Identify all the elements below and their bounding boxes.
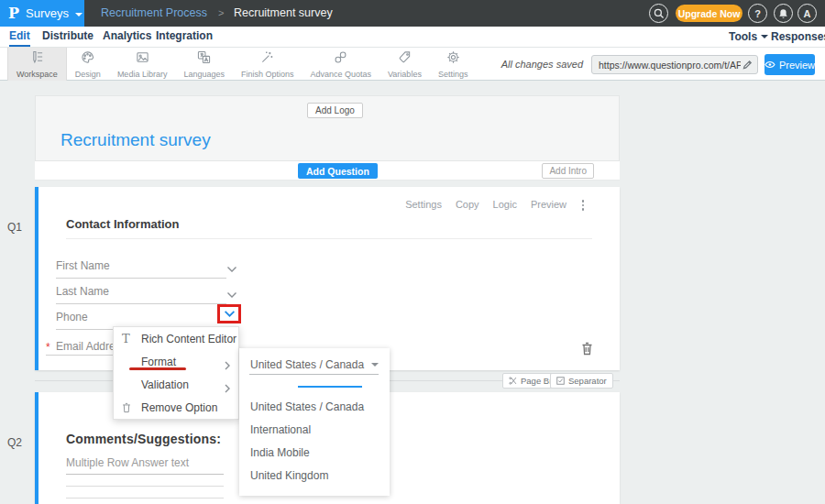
tab-analytics[interactable]: Analytics bbox=[103, 27, 151, 47]
question-preview-link[interactable]: Preview bbox=[531, 199, 566, 210]
design-palette-icon bbox=[81, 50, 94, 64]
survey-url-input[interactable] bbox=[592, 60, 742, 71]
question-number-q2: Q2 bbox=[7, 436, 22, 449]
submenu-chevron-right-icon bbox=[225, 380, 230, 397]
trash-icon bbox=[114, 402, 134, 413]
field-options-chevron-icon[interactable] bbox=[226, 260, 237, 268]
toolbar-settings-button[interactable]: Settings bbox=[430, 48, 477, 81]
tab-integration[interactable]: Integration bbox=[156, 27, 213, 47]
field-options-context-menu: T Rich Content Editor Format Validation … bbox=[113, 326, 239, 420]
toolbar-variables-button[interactable]: Variables bbox=[380, 48, 430, 81]
preview-label: Preview bbox=[779, 60, 815, 71]
rich-text-icon: T bbox=[114, 333, 134, 345]
format-submenu-panel: United States / Canada United States / C… bbox=[239, 348, 390, 496]
page-break-icon bbox=[509, 377, 517, 385]
tab-distribute[interactable]: Distribute bbox=[42, 27, 94, 47]
breadcrumb-current: Recruitment survey bbox=[234, 0, 333, 27]
menu-item-rich-content-editor[interactable]: T Rich Content Editor bbox=[114, 327, 238, 350]
menu-item-validation[interactable]: Validation bbox=[114, 373, 238, 396]
active-option-indicator bbox=[298, 386, 362, 388]
format-option-india-mobile[interactable]: India Mobile bbox=[250, 446, 310, 463]
field-underline bbox=[56, 303, 226, 304]
menu-item-label: Validation bbox=[141, 378, 189, 391]
chain-links-icon bbox=[334, 50, 347, 64]
survey-url-field[interactable] bbox=[591, 55, 758, 74]
question-heading[interactable]: Contact Information bbox=[66, 217, 180, 231]
upgrade-now-button[interactable]: Upgrade Now bbox=[676, 5, 742, 22]
question-settings-link[interactable]: Settings bbox=[405, 199, 442, 210]
multiline-answer-placeholder[interactable]: Multiple Row Answer text bbox=[66, 456, 189, 469]
question-copy-link[interactable]: Copy bbox=[456, 199, 479, 210]
field-label-phone[interactable]: Phone bbox=[56, 311, 88, 323]
editor-toolbar: Workspace Design Media Library Languages… bbox=[0, 48, 825, 81]
menu-item-label: Rich Content Editor bbox=[141, 333, 236, 345]
toolbar-media-library-button[interactable]: Media Library bbox=[109, 48, 176, 81]
toolbar-label: Variables bbox=[388, 70, 422, 79]
image-icon bbox=[136, 50, 149, 64]
menu-item-remove-option[interactable]: Remove Option bbox=[114, 396, 238, 419]
separator-label: Separator bbox=[568, 376, 607, 386]
toolbar-label: Advance Quotas bbox=[310, 70, 371, 79]
magic-wand-icon bbox=[260, 50, 274, 64]
help-button[interactable]: ? bbox=[748, 4, 767, 23]
chevron-down-icon bbox=[75, 13, 82, 16]
format-select[interactable]: United States / Canada bbox=[250, 356, 379, 373]
toolbar-languages-button[interactable]: Languages bbox=[175, 48, 233, 81]
user-avatar[interactable]: A bbox=[798, 4, 817, 23]
submenu-chevron-right-icon bbox=[225, 357, 230, 374]
question-actions: Settings Copy Logic Preview bbox=[405, 199, 566, 210]
field-options-chevron-icon[interactable] bbox=[226, 286, 237, 293]
required-asterisk: * bbox=[46, 341, 50, 354]
format-option-us-canada[interactable]: United States / Canada bbox=[250, 400, 364, 417]
toolbar-label: Workspace bbox=[16, 70, 58, 79]
answer-underline bbox=[66, 498, 224, 499]
select-caret-icon bbox=[371, 363, 379, 367]
eye-icon bbox=[764, 60, 776, 69]
phone-options-chevron-icon[interactable] bbox=[224, 310, 236, 318]
section-nav: Edit Distribute Analytics Integration To… bbox=[0, 27, 825, 48]
separator-button[interactable]: Separator bbox=[550, 373, 613, 389]
toolbar-workspace-button[interactable]: Workspace bbox=[7, 48, 67, 81]
add-logo-button[interactable]: Add Logo bbox=[307, 103, 363, 118]
search-icon[interactable] bbox=[649, 4, 668, 23]
delete-question-trash-icon[interactable] bbox=[581, 342, 593, 359]
workspace-icon bbox=[30, 50, 44, 64]
surveys-menu-button[interactable]: P Surveys bbox=[0, 0, 84, 27]
toolbar-label: Languages bbox=[183, 70, 225, 79]
separator-icon bbox=[556, 377, 565, 385]
tab-edit[interactable]: Edit bbox=[9, 27, 30, 47]
answer-underline bbox=[66, 474, 224, 475]
format-option-international[interactable]: International bbox=[250, 423, 311, 440]
answer-underline bbox=[66, 486, 224, 487]
tools-dropdown[interactable]: Tools bbox=[729, 27, 768, 47]
toolbar-label: Media Library bbox=[117, 70, 168, 79]
toolbar-finish-options-button[interactable]: Finish Options bbox=[233, 48, 302, 81]
select-underline bbox=[249, 374, 379, 375]
autosave-status: All changes saved bbox=[501, 48, 583, 81]
menu-item-label: Format bbox=[141, 356, 176, 368]
questionpro-logo-icon: P bbox=[8, 5, 19, 22]
annotation-underline bbox=[129, 367, 186, 370]
edit-pencil-icon[interactable] bbox=[742, 60, 753, 70]
gear-icon bbox=[446, 50, 460, 64]
toolbar-advance-quotas-button[interactable]: Advance Quotas bbox=[302, 48, 380, 81]
responses-label: Responses: bbox=[771, 30, 825, 43]
tag-icon bbox=[398, 50, 412, 64]
translate-icon bbox=[197, 50, 211, 64]
question-heading[interactable]: Comments/Suggestions: bbox=[66, 432, 221, 446]
add-question-button[interactable]: Add Question bbox=[298, 163, 378, 179]
field-label-first-name[interactable]: First Name bbox=[56, 259, 110, 272]
question-logic-link[interactable]: Logic bbox=[493, 199, 517, 210]
toolbar-design-button[interactable]: Design bbox=[67, 48, 109, 81]
breadcrumb-parent-link[interactable]: Recruitment Process bbox=[101, 0, 207, 27]
question-kebab-menu-icon[interactable] bbox=[578, 199, 588, 212]
add-intro-button[interactable]: Add Intro bbox=[542, 163, 594, 179]
question-heading-divider bbox=[66, 238, 592, 239]
preview-button[interactable]: Preview bbox=[764, 54, 815, 75]
field-label-last-name[interactable]: Last Name bbox=[56, 285, 109, 298]
notifications-bell-icon[interactable] bbox=[774, 4, 793, 23]
format-option-united-kingdom[interactable]: United Kingdom bbox=[250, 469, 328, 486]
survey-title[interactable]: Recruitment survey bbox=[60, 130, 211, 150]
toolbar-label: Design bbox=[75, 70, 101, 79]
annotation-highlight-box bbox=[217, 304, 241, 323]
